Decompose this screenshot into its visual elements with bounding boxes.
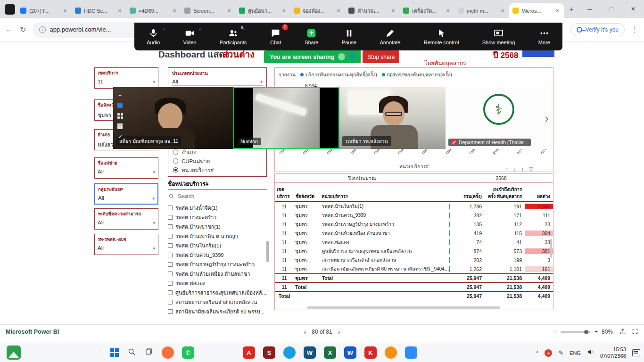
clock[interactable]: 15:53 07/07/2568 <box>600 346 626 360</box>
refresh-button[interactable] <box>20 25 26 34</box>
filter-dropdown[interactable]: รพ-รพสต.-อบจ All <box>94 234 158 255</box>
window-maximize-button[interactable] <box>601 0 622 18</box>
unit-checkbox-item[interactable]: รพสต.พ่อแดง <box>168 279 267 288</box>
show-meeting-button[interactable]: Show meeting <box>482 28 515 45</box>
level-radio-option[interactable]: CUPแม่ข่าย <box>173 156 263 165</box>
participant-video[interactable]: Department of Health (Thailar... <box>446 87 552 149</box>
taskbar-app-icon[interactable]: X <box>324 346 336 359</box>
zoom-out-button[interactable] <box>553 329 557 335</box>
menu-icon[interactable]: ≡ <box>538 166 541 172</box>
checkbox-icon[interactable] <box>168 272 173 276</box>
radio-icon[interactable] <box>173 167 178 173</box>
taskbar-app-icon[interactable]: S <box>263 346 275 359</box>
chat-button[interactable]: 2 Chat <box>270 28 281 45</box>
participants-button[interactable]: 8 Participants <box>220 28 247 45</box>
grid-view-icon[interactable] <box>117 123 123 129</box>
task-view-icon[interactable] <box>145 348 153 358</box>
participant-video[interactable]: สตีธร บัณฑิตมหากุล สอ. 11 <box>113 87 233 149</box>
gallery-view-icon[interactable] <box>117 113 123 119</box>
radio-icon[interactable] <box>173 158 178 164</box>
scroll-down-icon[interactable]: ↓ <box>513 166 516 172</box>
zoom-slider[interactable] <box>561 331 591 333</box>
window-close-button[interactable] <box>622 0 644 18</box>
unit-checkbox-item[interactable]: รพสต.บ้านราษฎร์บำรุง บางมะพร้าว <box>168 260 267 269</box>
chevron-up-icon[interactable] <box>163 27 165 32</box>
column-header[interactable]: @เข้าถึงบริการครั้ง ทันตบุคลากร <box>485 186 525 200</box>
search-input[interactable] <box>177 193 248 199</box>
hidden-icons-chevron[interactable] <box>536 350 538 356</box>
verify-button[interactable]: Verify it's you <box>570 23 625 36</box>
more-button[interactable]: More <box>538 28 550 45</box>
tab-close-icon[interactable] <box>62 8 68 14</box>
checkbox-icon[interactable] <box>168 243 173 248</box>
browser-tab[interactable]: คำนวณ... <box>345 3 400 18</box>
pause-button[interactable]: Pause <box>342 28 356 45</box>
chevron-down-icon[interactable] <box>153 169 155 174</box>
chevron-down-icon[interactable] <box>260 79 263 84</box>
new-tab-button[interactable] <box>566 5 577 16</box>
taskbar-app-icon[interactable] <box>283 346 296 359</box>
taskbar-app-icon[interactable] <box>202 346 215 359</box>
more-options-icon[interactable]: ⋯ <box>546 166 552 172</box>
taskbar-app-icon[interactable]: ✆ <box>182 346 194 359</box>
zoom-in-button[interactable] <box>594 329 598 335</box>
tab-close-icon[interactable] <box>335 8 342 14</box>
taskbar-app-icon[interactable]: A <box>243 346 255 359</box>
browser-tab[interactable]: จองห้อง... <box>290 3 345 18</box>
share-button[interactable]: Share <box>305 28 318 45</box>
window-minimize-button[interactable] <box>579 0 601 18</box>
taskbar-app-icon[interactable]: W <box>344 346 356 359</box>
fullscreen-icon[interactable] <box>632 328 638 335</box>
column-header[interactable]: เขต บริการ <box>275 186 294 200</box>
minimize-strip-icon[interactable] <box>117 92 123 98</box>
share-report-icon[interactable] <box>619 328 626 335</box>
tab-close-icon[interactable] <box>554 8 561 14</box>
table-vertical-scrollbar[interactable] <box>550 239 552 258</box>
org-type-dropdown[interactable]: All <box>172 79 263 86</box>
checkbox-icon[interactable] <box>168 215 173 220</box>
tab-close-icon[interactable] <box>281 8 287 14</box>
taskbar-app-icon[interactable] <box>405 346 417 359</box>
unit-checkbox-item[interactable]: รพสต.บ้านเขาดิน ต.นาพญา <box>168 231 267 241</box>
remote-control-button[interactable]: Remote control <box>424 28 459 45</box>
active-speaker-view-icon[interactable] <box>117 103 123 108</box>
tab-close-icon[interactable] <box>499 8 506 14</box>
video-button[interactable]: Video <box>183 28 197 45</box>
browser-menu-icon[interactable] <box>631 25 638 34</box>
tab-close-icon[interactable] <box>445 8 451 14</box>
taskbar-app-icon[interactable] <box>385 346 397 359</box>
stop-share-button[interactable]: Stop share <box>363 50 399 63</box>
column-header[interactable]: หน่วยบริการ# <box>320 193 449 200</box>
column-header[interactable]: รรม(ครั้ง) <box>449 193 485 200</box>
checkbox-icon[interactable] <box>168 224 173 229</box>
chevron-down-icon[interactable] <box>153 220 155 225</box>
unit-checkbox-item[interactable]: รพสต.บางน้ำจืด(1) <box>168 203 267 213</box>
filter-dropdown[interactable]: เขตบริการ 11 <box>94 67 158 89</box>
unit-checkbox-item[interactable]: สถานพยาบาลเรือนจำอำเภอหลังสวน <box>168 297 267 307</box>
browser-tab[interactable]: <4D69... <box>126 3 181 18</box>
annotate-button[interactable]: Annotate <box>380 28 400 45</box>
participant-video-active[interactable]: Numfon <box>233 87 339 149</box>
checkbox-icon[interactable] <box>168 262 173 267</box>
checkbox-icon[interactable] <box>168 300 173 304</box>
audio-button[interactable]: Audio <box>147 28 160 45</box>
sort-icon[interactable]: ↕ <box>521 166 524 172</box>
taskbar-app-icon[interactable]: K <box>364 346 377 359</box>
participant-video[interactable]: นนทิยา รพ.หลังสวน <box>339 87 446 149</box>
windows-ink-icon[interactable] <box>558 349 563 356</box>
filter-dropdown[interactable]: ระดับขีดความสามารถ All <box>94 208 158 230</box>
checkbox-icon[interactable] <box>168 281 173 286</box>
list-scrollbar-thumb[interactable] <box>266 241 269 262</box>
start-button[interactable] <box>110 348 119 357</box>
tab-close-icon[interactable] <box>226 8 232 14</box>
chevron-up-icon[interactable] <box>285 27 287 32</box>
next-page-button[interactable] <box>338 328 340 336</box>
browser-tab[interactable]: Screen... <box>181 3 236 18</box>
expand-strip-icon[interactable] <box>117 133 123 140</box>
next-participants-chevron[interactable] <box>545 111 549 125</box>
zoom-slider-thumb[interactable] <box>584 330 588 334</box>
tab-close-icon[interactable] <box>390 8 396 14</box>
unit-checkbox-item[interactable]: รพสต.บางมะพร้าว <box>168 213 267 222</box>
action-center-icon[interactable] <box>632 349 640 356</box>
checkbox-icon[interactable] <box>168 290 173 295</box>
